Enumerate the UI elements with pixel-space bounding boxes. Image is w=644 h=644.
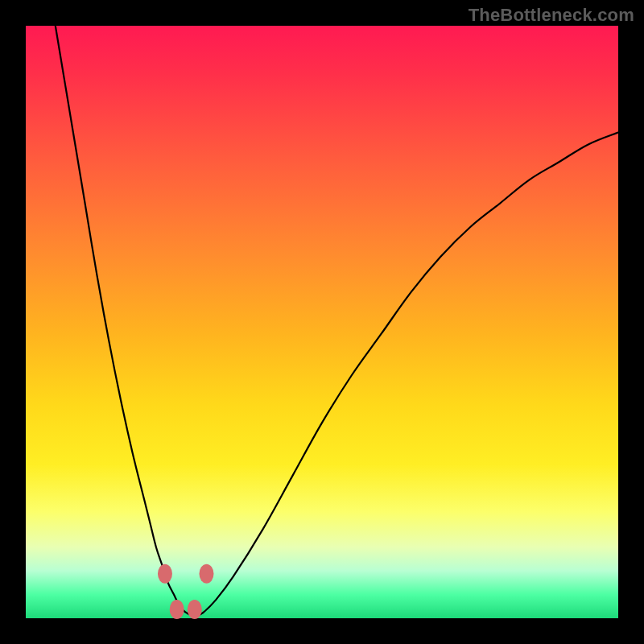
curve-marker [199, 564, 213, 584]
chart-frame: TheBottleneck.com [0, 0, 644, 644]
curve-marker [170, 600, 184, 619]
curve-marker [158, 564, 172, 584]
bottleneck-curve [56, 26, 618, 616]
watermark-text: TheBottleneck.com [469, 5, 634, 26]
curve-svg [26, 26, 618, 618]
curve-marker [188, 600, 202, 619]
plot-area [26, 26, 618, 618]
